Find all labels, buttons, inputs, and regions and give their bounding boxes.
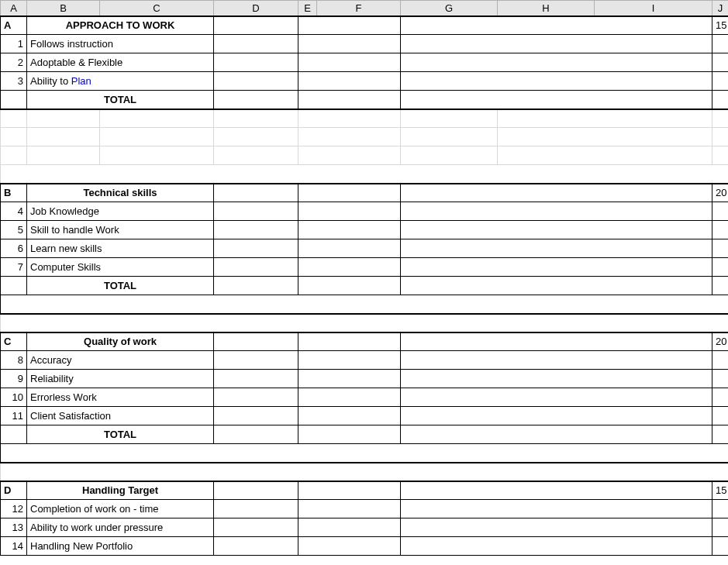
- cell[interactable]: [214, 202, 298, 221]
- cell[interactable]: [401, 221, 712, 239]
- item-num[interactable]: 11: [1, 407, 27, 425]
- item-text[interactable]: Client Satisfaction: [27, 407, 214, 425]
- cell[interactable]: [298, 537, 401, 556]
- cell[interactable]: [214, 221, 298, 239]
- cell[interactable]: [214, 481, 298, 500]
- grid-table[interactable]: A B C D E F G H I J A APPROACH TO WORK 1…: [0, 0, 728, 556]
- item-text[interactable]: Handling New Portfolio: [27, 537, 214, 556]
- cell[interactable]: [498, 109, 712, 128]
- cell[interactable]: [298, 16, 401, 35]
- cell[interactable]: [401, 109, 498, 128]
- section-title[interactable]: Technical skills: [27, 184, 214, 202]
- cell[interactable]: [298, 53, 401, 72]
- item-text[interactable]: Job Knowledge: [27, 202, 214, 221]
- cell[interactable]: [712, 221, 729, 239]
- cell[interactable]: [1, 165, 729, 184]
- cell[interactable]: [712, 91, 729, 109]
- col-header-G[interactable]: G: [401, 1, 498, 16]
- cell[interactable]: [498, 146, 712, 165]
- cell[interactable]: [401, 332, 712, 351]
- cell[interactable]: [401, 53, 712, 72]
- cell[interactable]: [214, 239, 298, 258]
- cell[interactable]: [401, 388, 712, 407]
- item-text[interactable]: Computer Skills: [27, 258, 214, 277]
- item-num[interactable]: 12: [1, 500, 27, 518]
- cell[interactable]: [712, 109, 729, 128]
- cell[interactable]: [401, 500, 712, 518]
- cell[interactable]: [214, 277, 298, 295]
- cell[interactable]: [214, 146, 298, 165]
- col-header-B[interactable]: B: [27, 1, 100, 16]
- cell[interactable]: [214, 258, 298, 277]
- item-text[interactable]: Ability to Plan: [27, 72, 214, 91]
- item-text[interactable]: Accuracy: [27, 351, 214, 370]
- cell[interactable]: [1, 444, 729, 463]
- cell[interactable]: [214, 370, 298, 388]
- cell[interactable]: [214, 537, 298, 556]
- col-header-E[interactable]: E: [298, 1, 317, 16]
- col-header-C[interactable]: C: [100, 1, 214, 16]
- section-score[interactable]: 20: [712, 332, 729, 351]
- cell[interactable]: [214, 500, 298, 518]
- cell[interactable]: [214, 109, 298, 128]
- cell[interactable]: [401, 72, 712, 91]
- cell[interactable]: [401, 91, 712, 109]
- cell[interactable]: [214, 332, 298, 351]
- cell[interactable]: [100, 128, 214, 146]
- item-num[interactable]: 8: [1, 351, 27, 370]
- cell[interactable]: [298, 202, 401, 221]
- section-letter[interactable]: D: [1, 481, 27, 500]
- cell[interactable]: [298, 221, 401, 239]
- cell[interactable]: [298, 332, 401, 351]
- cell[interactable]: [214, 388, 298, 407]
- cell[interactable]: [401, 351, 712, 370]
- cell[interactable]: [712, 128, 729, 146]
- cell[interactable]: [1, 314, 729, 332]
- cell[interactable]: [298, 109, 401, 128]
- cell[interactable]: [298, 91, 401, 109]
- col-header-J[interactable]: J: [712, 1, 729, 16]
- section-score[interactable]: 15: [712, 481, 729, 500]
- cell[interactable]: [401, 518, 712, 537]
- item-text[interactable]: Completion of work on - time: [27, 500, 214, 518]
- section-letter[interactable]: A: [1, 16, 27, 35]
- cell[interactable]: [1, 463, 729, 481]
- total-label[interactable]: TOTAL: [27, 277, 214, 295]
- item-num[interactable]: 4: [1, 202, 27, 221]
- cell[interactable]: [401, 277, 712, 295]
- cell[interactable]: [298, 258, 401, 277]
- cell[interactable]: [712, 537, 729, 556]
- item-num[interactable]: 13: [1, 518, 27, 537]
- cell[interactable]: [712, 202, 729, 221]
- section-letter[interactable]: C: [1, 332, 27, 351]
- item-num[interactable]: 14: [1, 537, 27, 556]
- cell[interactable]: [214, 407, 298, 425]
- item-num[interactable]: 6: [1, 239, 27, 258]
- cell[interactable]: [214, 35, 298, 53]
- section-title[interactable]: Handling Target: [27, 481, 214, 500]
- cell[interactable]: [214, 518, 298, 537]
- cell[interactable]: [298, 239, 401, 258]
- cell[interactable]: [1, 109, 27, 128]
- col-header-F[interactable]: F: [317, 1, 401, 16]
- section-title[interactable]: Quality of work: [27, 332, 214, 351]
- cell[interactable]: [298, 518, 401, 537]
- total-label[interactable]: TOTAL: [27, 425, 214, 444]
- cell[interactable]: [298, 351, 401, 370]
- cell[interactable]: [298, 500, 401, 518]
- item-text[interactable]: Adoptable & Flexible: [27, 53, 214, 72]
- item-text-link[interactable]: Plan: [71, 75, 91, 87]
- cell[interactable]: [401, 35, 712, 53]
- cell[interactable]: [298, 35, 401, 53]
- cell[interactable]: [214, 184, 298, 202]
- cell[interactable]: [712, 146, 729, 165]
- cell[interactable]: [214, 16, 298, 35]
- cell[interactable]: [712, 35, 729, 53]
- item-text[interactable]: Errorless Work: [27, 388, 214, 407]
- cell[interactable]: [1, 277, 27, 295]
- cell[interactable]: [1, 128, 27, 146]
- section-score[interactable]: 20: [712, 184, 729, 202]
- cell[interactable]: [298, 481, 401, 500]
- cell[interactable]: [401, 258, 712, 277]
- cell[interactable]: [498, 128, 712, 146]
